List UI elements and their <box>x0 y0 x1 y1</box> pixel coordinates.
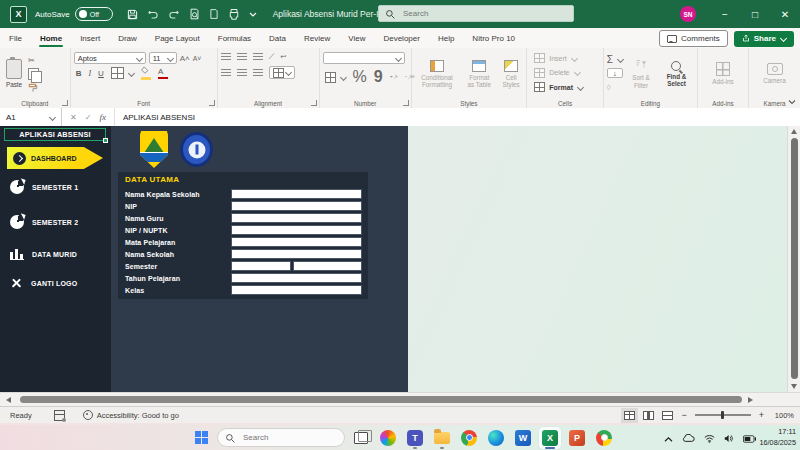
conditional-formatting-button[interactable]: Conditional Formatting <box>415 52 460 96</box>
user-avatar[interactable]: SN <box>680 6 696 22</box>
taskbar-search-box[interactable] <box>217 428 345 447</box>
undo-button[interactable] <box>147 9 159 20</box>
tab-page-layout[interactable]: Page Layout <box>146 28 209 48</box>
addins-button[interactable]: Add-ins <box>709 52 736 96</box>
increase-font-button[interactable]: A˄ <box>180 52 190 64</box>
field-input-tahun-pelajaran[interactable] <box>231 273 362 283</box>
word-button[interactable]: W <box>512 427 534 449</box>
underline-button[interactable]: U <box>98 67 104 79</box>
field-input-nip-nuptk[interactable] <box>231 225 362 235</box>
sidebar-item-dashboard[interactable]: DASHBOARD <box>7 147 103 169</box>
cut-button[interactable]: ✂ <box>28 54 39 66</box>
redo-button[interactable] <box>168 9 180 20</box>
alignment-dialog-launcher[interactable] <box>311 100 317 106</box>
format-painter-button[interactable] <box>28 82 39 94</box>
vertical-scroll-thumb[interactable] <box>791 138 798 379</box>
zoom-slider[interactable] <box>695 414 751 416</box>
tab-developer[interactable]: Developer <box>374 28 428 48</box>
page-break-view-button[interactable] <box>662 411 673 420</box>
align-middle-icon[interactable] <box>237 53 247 61</box>
align-top-icon[interactable] <box>221 53 231 61</box>
formula-bar-value[interactable]: APLIKASI ABSENSI <box>115 113 195 122</box>
accounting-format-button[interactable] <box>325 71 346 83</box>
fill-color-button[interactable] <box>141 67 151 79</box>
accessibility-status[interactable]: Accessibility: Good to go <box>97 411 179 420</box>
onedrive-cloud-icon[interactable] <box>682 429 695 447</box>
scroll-left-arrow-icon[interactable] <box>6 397 11 403</box>
tray-chevron-up-icon[interactable] <box>664 429 673 447</box>
field-input-nama-guru[interactable] <box>231 213 362 223</box>
clear-button[interactable]: ◊ <box>607 81 623 93</box>
macro-record-icon[interactable] <box>54 410 65 421</box>
teams-button[interactable]: T <box>404 427 426 449</box>
browser-alt-button[interactable] <box>593 427 615 449</box>
zoom-slider-knob[interactable] <box>721 411 724 419</box>
align-left-icon[interactable] <box>221 69 231 77</box>
decrease-font-button[interactable]: A˅ <box>193 52 202 64</box>
tab-draw[interactable]: Draw <box>109 28 146 48</box>
tab-view[interactable]: View <box>339 28 374 48</box>
italic-button[interactable]: I <box>88 67 91 79</box>
copilot-button[interactable] <box>377 427 399 449</box>
scroll-right-arrow-icon[interactable] <box>748 397 753 403</box>
taskbar-search-input[interactable] <box>241 432 335 443</box>
paste-button[interactable]: Paste <box>3 52 25 96</box>
print-preview-button[interactable] <box>189 8 200 20</box>
orientation-icon[interactable]: ⟋ <box>269 52 275 62</box>
bold-button[interactable]: B <box>76 67 82 79</box>
powerpoint-button[interactable]: P <box>566 427 588 449</box>
scroll-down-arrow-icon[interactable] <box>791 384 797 389</box>
save-button[interactable] <box>127 9 138 20</box>
task-view-button[interactable] <box>350 427 372 449</box>
align-bottom-icon[interactable] <box>253 53 263 61</box>
tab-insert[interactable]: Insert <box>71 28 109 48</box>
tab-review[interactable]: Review <box>295 28 339 48</box>
cancel-entry-icon[interactable]: ✕ <box>70 113 77 122</box>
taskbar-clock[interactable]: 17:11 16/08/2025 <box>759 427 796 448</box>
font-name-select[interactable]: Aptos <box>74 52 146 64</box>
wrap-text-icon[interactable]: ↩ <box>280 53 286 61</box>
zoom-level[interactable]: 100% <box>772 411 794 420</box>
autosave-switch[interactable]: Off <box>75 7 113 21</box>
enter-entry-icon[interactable]: ✓ <box>85 113 92 122</box>
format-as-table-button[interactable]: Format as Table <box>462 52 496 96</box>
format-cells-button[interactable]: Format <box>534 81 600 93</box>
titlebar-search-box[interactable] <box>378 5 574 22</box>
clipboard-dialog-launcher[interactable] <box>62 100 68 106</box>
chrome-button[interactable] <box>458 427 480 449</box>
borders-button[interactable] <box>111 67 134 79</box>
zoom-out-button[interactable]: − <box>681 410 686 420</box>
font-dialog-launcher[interactable] <box>209 100 215 106</box>
sidebar-item-semester-1[interactable]: SEMESTER 1 <box>10 178 78 196</box>
comma-style-button[interactable]: 9 <box>374 68 383 86</box>
copy-button[interactable] <box>28 68 39 80</box>
tab-data[interactable]: Data <box>260 28 295 48</box>
sidebar-item-data-murid[interactable]: DATA MURID <box>10 245 77 263</box>
insert-function-button[interactable]: fx <box>99 112 106 122</box>
fill-button[interactable]: ↓ <box>607 67 623 79</box>
zoom-in-button[interactable]: + <box>759 410 764 420</box>
delete-cells-button[interactable]: Delete <box>534 67 600 79</box>
number-dialog-launcher[interactable] <box>403 100 409 106</box>
minimize-button[interactable]: − <box>710 0 740 28</box>
share-button[interactable]: Share <box>734 31 794 47</box>
edge-button[interactable] <box>485 427 507 449</box>
collapse-ribbon-chevron-icon[interactable] <box>788 98 796 106</box>
volume-icon[interactable] <box>724 429 734 447</box>
tab-file[interactable]: File <box>0 28 31 48</box>
field-input-mata-pelajaran[interactable] <box>231 237 362 247</box>
horizontal-scrollbar[interactable] <box>0 392 800 406</box>
align-center-icon[interactable] <box>237 69 247 77</box>
increase-decimal-button[interactable]: ⁺·⁰ <box>390 74 398 81</box>
page-layout-view-button[interactable] <box>643 411 654 420</box>
field-input-nama-kepala-sekolah[interactable] <box>231 189 362 199</box>
customize-qat-chevron-icon[interactable] <box>249 10 257 18</box>
tab-nitro-pro[interactable]: Nitro Pro 10 <box>463 28 524 48</box>
find-select-button[interactable]: Find & Select <box>659 52 694 96</box>
field-input-kelas[interactable] <box>231 285 362 295</box>
merge-center-button[interactable] <box>269 66 295 79</box>
field-input-semester-2[interactable] <box>293 261 362 271</box>
cell-styles-button[interactable]: Cell Styles <box>499 52 523 96</box>
start-button[interactable] <box>190 427 212 449</box>
sidebar-item-semester-2[interactable]: SEMESTER 2 <box>10 213 78 231</box>
